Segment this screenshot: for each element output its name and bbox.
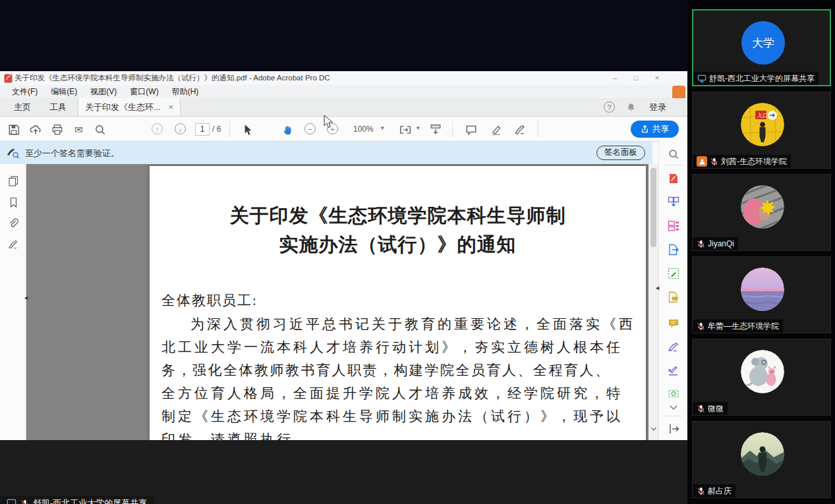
- signatures-icon[interactable]: [8, 239, 19, 250]
- page-number-input[interactable]: 1: [195, 123, 210, 136]
- avatar: 入口: [741, 103, 784, 146]
- bookmarks-icon[interactable]: [8, 197, 19, 208]
- participant-name: 牟蕾—生态环境学院: [708, 321, 779, 332]
- zoom-out-icon[interactable]: −: [304, 123, 316, 134]
- close-button[interactable]: ×: [648, 71, 666, 85]
- participant-name-bar: JiyanQi: [693, 237, 738, 250]
- avatar: 大学: [741, 21, 785, 65]
- tab-home[interactable]: 主页: [5, 98, 40, 116]
- nav-pane-collapse-handle[interactable]: ◄: [23, 294, 29, 301]
- tab-close-icon[interactable]: ×: [168, 102, 173, 112]
- menu-view[interactable]: 视图(V): [84, 85, 123, 98]
- more-tools-icon[interactable]: [668, 387, 679, 399]
- vertical-scrollbar[interactable]: [648, 164, 658, 440]
- hand-tool-icon[interactable]: [282, 124, 294, 136]
- mic-muted-icon: [710, 157, 718, 166]
- maximize-button[interactable]: □: [627, 71, 645, 85]
- fit-dropdown-icon[interactable]: ▾: [417, 125, 420, 131]
- scrollbar-thumb[interactable]: [650, 168, 656, 247]
- signature-panel-button[interactable]: 签名面板: [596, 146, 645, 160]
- menu-help[interactable]: 帮助(H): [165, 85, 206, 98]
- participant-badge-icon: [697, 156, 707, 167]
- participant-tile[interactable]: 牟蕾—生态环境学院: [692, 256, 831, 333]
- participant-name: 舒凯-西北工业大学的屏幕共享: [709, 73, 815, 84]
- doc-body-line: 北工业大学一流本科人才培养行动计划》，夯实立德树人根本任: [161, 338, 623, 356]
- comment-bubble-icon[interactable]: [668, 318, 679, 329]
- search-tool-icon[interactable]: [668, 148, 679, 160]
- main-toolbar: ✉ ↑ ↓ 1 / 6 − + 100% ▾ ▾: [0, 117, 687, 142]
- fill-sign-icon[interactable]: [668, 341, 679, 353]
- doc-body-line: 制定《生态环境学院本科生导师制实施办法（试行）》，现予以: [161, 407, 623, 426]
- mouse-cursor: [323, 115, 333, 129]
- scroll-down-icon[interactable]: [650, 426, 657, 432]
- tab-document[interactable]: 关于印发《生态环... ×: [78, 98, 181, 116]
- share-button[interactable]: 共享: [631, 121, 679, 138]
- export-pdf-icon[interactable]: [668, 244, 679, 256]
- window-title: 关于印发《生态环境学院本科生导师制实施办法（试行）》的通知.pdf - Adob…: [14, 73, 330, 83]
- participant-tile[interactable]: JiyanQi: [692, 174, 831, 251]
- highlighter-icon[interactable]: [490, 124, 502, 136]
- sign-pen-icon[interactable]: [514, 124, 526, 136]
- certificates-icon[interactable]: [668, 365, 679, 377]
- page-display-icon[interactable]: [430, 124, 442, 136]
- bell-icon[interactable]: [626, 102, 636, 113]
- next-page-icon[interactable]: ↓: [175, 123, 186, 134]
- comment-page-icon[interactable]: [668, 291, 679, 303]
- help-icon[interactable]: ?: [604, 101, 615, 113]
- participant-tile[interactable]: 郝占庆: [692, 421, 831, 498]
- document-area: ◄ 关于印发《生态环境学院本科生导师制 实施办法（试行）》的通知 全体教职员工:…: [0, 164, 648, 440]
- expand-panel-icon[interactable]: [668, 423, 679, 435]
- mic-muted-icon: [697, 240, 705, 248]
- zoom-dropdown-icon[interactable]: ▾: [381, 125, 384, 131]
- doc-title-line1: 关于印发《生态环境学院本科生导师制: [150, 203, 646, 229]
- participant-name: 刘茜-生态环境学院: [721, 156, 787, 167]
- participant-tile[interactable]: 微微: [692, 339, 831, 416]
- avatar: [741, 267, 784, 311]
- participant-name-bar: 微微: [693, 402, 728, 415]
- minimize-button[interactable]: –: [606, 71, 623, 85]
- signature-notification-bar: 至少一个签名需要验证。 签名面板: [0, 142, 652, 164]
- select-tool-icon[interactable]: [241, 124, 253, 136]
- tools-panel: [658, 140, 687, 440]
- chevron-down-icon[interactable]: [668, 405, 679, 411]
- tab-bar: 主页 工具 关于印发《生态环... × ? 登录: [0, 98, 687, 117]
- cloud-upload-icon[interactable]: [30, 124, 42, 136]
- menu-edit[interactable]: 编辑(E): [44, 85, 84, 98]
- login-button[interactable]: 登录: [649, 101, 666, 113]
- navigation-pane: [0, 164, 26, 440]
- zoom-level-value[interactable]: 100%: [353, 125, 374, 134]
- tab-tools[interactable]: 工具: [41, 98, 75, 116]
- edit-pdf-icon[interactable]: [668, 267, 679, 279]
- page-thumbnails-icon[interactable]: [8, 175, 19, 186]
- email-icon[interactable]: ✉: [74, 124, 86, 136]
- menu-window[interactable]: 窗口(W): [123, 85, 165, 98]
- doc-body-line: 务，强化全体教师教书育人职责，构建学院全员育人、全程育人、: [161, 361, 611, 379]
- participant-tile[interactable]: 入口 刘茜-生态环境学院: [692, 92, 831, 169]
- pdf-file-icon: [4, 74, 13, 83]
- participant-name: JiyanQi: [708, 239, 734, 248]
- combine-files-icon[interactable]: [668, 196, 679, 208]
- mic-muted-icon: [697, 405, 705, 413]
- create-pdf-icon[interactable]: [668, 173, 679, 184]
- right-panel-collapse-handle[interactable]: ◄: [654, 285, 660, 291]
- doc-body-line: 印发，请遵照执行: [161, 430, 293, 440]
- participant-tile[interactable]: 大学 舒凯-西北工业大学的屏幕共享: [692, 9, 831, 86]
- window-titlebar: 关于印发《生态环境学院本科生导师制实施办法（试行）》的通知.pdf - Adob…: [0, 71, 687, 86]
- search-icon[interactable]: [94, 124, 106, 136]
- mic-muted-icon: [20, 499, 29, 504]
- previous-page-icon[interactable]: ↑: [152, 123, 163, 134]
- print-icon[interactable]: [51, 124, 63, 136]
- fit-width-icon[interactable]: [399, 124, 411, 136]
- avatar: [741, 432, 784, 476]
- share-box-arrow-icon: [641, 125, 649, 134]
- participant-name-bar: 刘茜-生态环境学院: [693, 155, 791, 168]
- save-icon[interactable]: [8, 124, 20, 136]
- pdf-page: 关于印发《生态环境学院本科生导师制 实施办法（试行）》的通知 全体教职员工: 为…: [150, 166, 646, 440]
- attachments-icon[interactable]: [8, 218, 19, 229]
- organize-pages-icon[interactable]: [668, 220, 679, 232]
- signature-verify-icon: [7, 147, 20, 159]
- participant-name: 微微: [708, 403, 724, 414]
- doc-title-line2: 实施办法（试行）》的通知: [150, 232, 646, 258]
- comment-icon[interactable]: [465, 124, 477, 136]
- menu-file[interactable]: 文件(F): [5, 85, 44, 98]
